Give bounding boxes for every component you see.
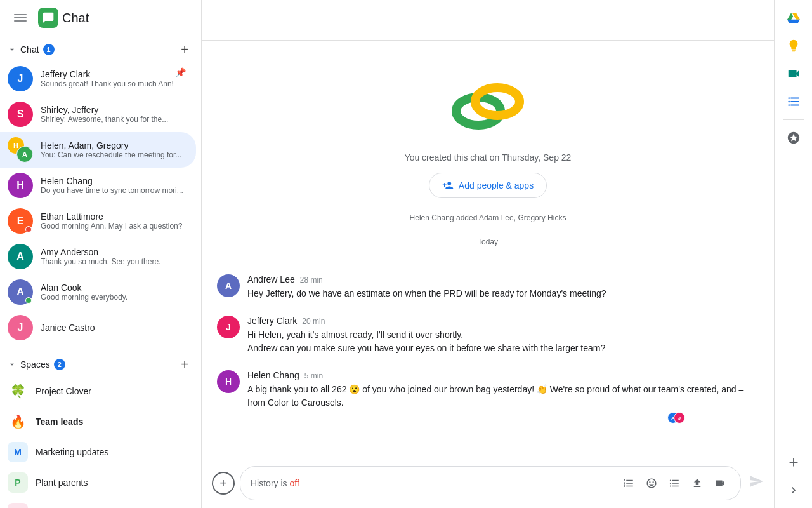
chat-name: Janice Castro [41,323,188,333]
chat-preview: Sounds great! Thank you so much Ann! [41,79,188,88]
chat-rings-icon [450,76,526,142]
chat-preview: Do you have time to sync tomorrow mori..… [41,186,188,195]
conversation-members: 3 members [273,22,680,30]
sender-name: Andrew Lee [247,274,295,284]
attach-button[interactable]: + [212,472,235,495]
message-2: J Jeffery Clark 20 min Hi Helen, yeah it… [217,316,759,355]
message-1: A Andrew Lee 28 min Hey Jeffery, do we h… [217,274,759,300]
avatar: A [217,274,240,297]
chat-item-amy-anderson[interactable]: A Amy Anderson Thank you so much. See yo… [0,239,196,274]
add-task-button[interactable] [664,473,684,493]
sidebar-divider [783,119,804,120]
space-item-team-leads[interactable]: 🔥 Team leads [0,406,196,437]
space-name: Marketing updates [36,447,108,457]
sender-name: Helen Chang [247,370,299,380]
sender-name: Jeffery Clark [247,316,297,326]
sidebar: Chat Chat 1 + J Jeffery Clark Sounds gre… [0,0,202,508]
chat-name: Amy Anderson [41,247,188,257]
svg-rect-2 [14,20,27,22]
chat-item-jeffery-clark[interactable]: J Jeffery Clark Sounds great! Thank you … [0,61,196,97]
chat-section-header[interactable]: Chat 1 + [0,36,201,61]
spaces-badge: 2 [54,359,65,370]
google-drive-button[interactable] [781,5,806,30]
contacts-button[interactable] [781,125,806,150]
upload-button[interactable] [687,473,707,493]
avatar: H [217,370,240,393]
message-text: A big thank you to all 262 😮 of you who … [247,383,759,410]
video-button[interactable] [710,473,730,493]
conversation-avatar: H A [242,8,268,33]
new-space-button[interactable]: + [176,356,193,373]
svg-rect-0 [14,14,27,15]
space-name: Team leads [36,417,83,427]
intro-text: You created this chat on Thursday, Sep 2… [405,152,572,163]
message-input-box[interactable]: History is off [240,466,741,500]
spaces-section-header[interactable]: Spaces 2 + [0,351,201,376]
app-title: Chat [62,11,89,25]
status-indicator [25,226,32,232]
avatar: A [8,244,33,269]
hamburger-button[interactable] [8,5,33,30]
conversation-title[interactable]: Helen, Adam, Gregory [273,10,680,22]
pin-icon: 📌 [175,67,186,77]
chat-name: Shirley, Jeffery [41,105,188,115]
chat-intro: You created this chat on Thursday, Sep 2… [217,51,759,267]
add-app-button[interactable] [781,450,806,475]
right-sidebar [774,0,812,508]
space-icon: 🍀 [8,381,28,401]
message-3: H Helen Chang 5 min A big thank you to a… [217,370,759,424]
chat-section-label: Chat [20,44,39,55]
space-name: Plant parents [36,478,88,488]
emoji-button[interactable] [641,473,662,493]
new-chat-button[interactable]: + [176,41,193,58]
expand-button[interactable] [781,478,806,503]
spaces-section-label: Spaces [20,359,50,370]
chat-name: Helen Chang [41,176,188,186]
avatar: J [8,315,33,340]
chat-badge: 1 [43,44,55,55]
day-divider: Today [478,237,498,246]
conversation-actions [685,8,764,33]
search-in-chat-button[interactable] [712,8,737,33]
space-item-marketing-updates[interactable]: M Marketing updates [0,437,196,467]
input-tools [619,473,730,493]
send-button[interactable] [749,474,764,493]
input-area: + History is off [202,458,774,508]
back-button[interactable] [212,8,237,33]
space-item-project-clover[interactable]: 🍀 Project Clover [0,376,196,406]
keep-button[interactable] [781,33,806,58]
message-reactions: A J [247,412,683,424]
text-format-button[interactable] [619,473,639,493]
status-indicator [25,297,32,304]
chat-item-shirley-jeffery[interactable]: S Shirley, Jeffery Shirley: Awesome, tha… [0,97,196,132]
avatar-group: H A [8,137,33,163]
side-panel-button[interactable] [738,8,764,33]
meet-button[interactable] [781,61,806,86]
video-call-button[interactable] [685,8,710,33]
chat-preview: You: Can we reschedule the meeting for..… [41,150,188,159]
avatar: H [8,173,33,198]
add-people-button[interactable]: Add people & apps [429,173,547,198]
chat-preview: Good morning Ann. May I ask a question? [41,222,188,231]
avatar: J [8,66,33,91]
chat-item-helen-adam-gregory[interactable]: H A Helen, Adam, Gregory You: Can we res… [0,132,196,168]
chat-item-helen-chang[interactable]: H Helen Chang Do you have time to sync t… [0,168,196,203]
space-name: Project Clover [36,386,91,396]
main-chat-area: H A Helen, Adam, Gregory 3 members [202,0,774,508]
chat-item-janice-castro[interactable]: J Janice Castro [0,310,196,345]
chat-item-alan-cook[interactable]: A Alan Cook Good morning everybody. [0,274,196,310]
chat-name: Jeffery Clark [41,69,188,79]
chat-preview: Good morning everybody. [41,293,188,302]
chat-item-ethan-lattimore[interactable]: E Ethan Lattimore Good morning Ann. May … [0,203,196,239]
space-item-moto-foto[interactable]: M Moto foto [0,498,196,508]
message-time: 28 min [300,276,323,284]
chat-name: Ethan Lattimore [41,211,188,222]
chat-preview: Shirley: Awesome, thank you for the... [41,115,188,124]
chat-name: Helen, Adam, Gregory [41,140,188,150]
message-time: 5 min [304,371,323,380]
conversation-info: Helen, Adam, Gregory 3 members [273,10,680,30]
space-item-plant-parents[interactable]: P Plant parents [0,467,196,498]
message-time: 20 min [302,317,325,326]
tasks-button[interactable] [781,89,806,114]
space-icon: M [8,442,28,462]
